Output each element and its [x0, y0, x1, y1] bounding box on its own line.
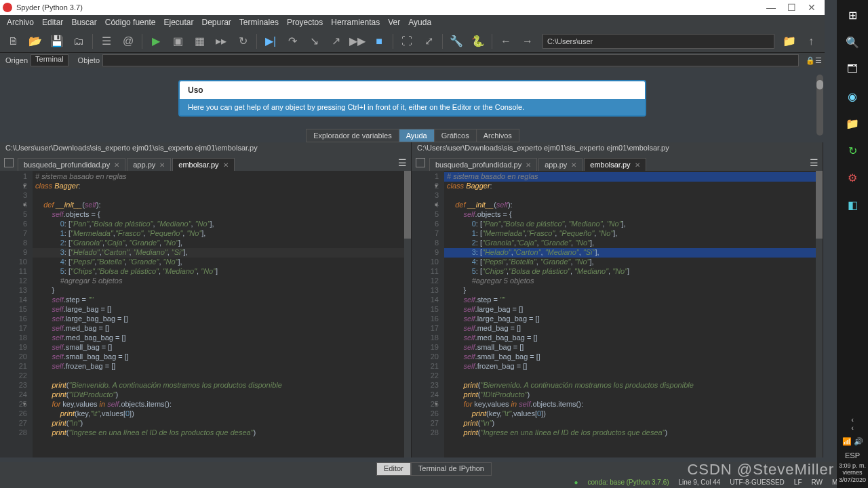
code-line[interactable]: for key,values in self.objects.items(): — [444, 400, 823, 409]
python-path-icon[interactable]: 🐍 — [469, 32, 488, 51]
editor-tab[interactable]: busqueda_profundidad.py✕ — [429, 158, 537, 171]
step-in-icon[interactable]: ↘ — [304, 32, 323, 51]
code-line[interactable]: print("ID\tProducto") — [33, 390, 411, 400]
code-line[interactable]: class Bagger: — [444, 182, 823, 191]
close-tab-icon[interactable]: ✕ — [223, 161, 229, 169]
code-line[interactable]: self.small_bag = [] — [33, 343, 411, 352]
code-line[interactable]: print(key,"\t",values[0]) — [444, 409, 823, 419]
close-tab-icon[interactable]: ✕ — [571, 161, 576, 169]
step-out-icon[interactable]: ↗ — [326, 32, 345, 51]
windows-start-icon[interactable]: ⊞ — [840, 3, 865, 27]
code-line[interactable]: self.frozen_bag = [] — [33, 362, 411, 371]
menu-editar[interactable]: Editar — [38, 18, 67, 27]
code-line[interactable]: #agregar 5 objetos — [33, 277, 411, 286]
tray-wifi-icon[interactable]: 📶 — [842, 437, 852, 446]
menu-herramientas[interactable]: Herramientas — [327, 18, 384, 27]
editor-scroll-thumb[interactable] — [816, 171, 823, 239]
save-all-icon[interactable]: 🗂 — [69, 32, 88, 51]
tray-chevron-left-icon[interactable]: ‹ — [851, 415, 854, 424]
menu-ver[interactable]: Ver — [384, 18, 404, 27]
help-tab-archivos[interactable]: Archivos — [476, 129, 519, 142]
code-line[interactable]: 1: ["Mermelada","Frasco", "Pequeño", "No… — [33, 229, 411, 239]
code-line[interactable]: print("\n") — [33, 419, 411, 428]
step-over-icon[interactable]: ↷ — [283, 32, 302, 51]
close-tab-icon[interactable]: ✕ — [114, 161, 119, 169]
stop-icon[interactable]: ■ — [370, 32, 389, 51]
code-line[interactable]: #agregar 5 objetos — [444, 277, 823, 286]
code-line[interactable]: 4: ["Pepsi","Botella", "Grande", "No"], — [444, 258, 823, 267]
run-icon[interactable]: ▶ — [146, 32, 165, 51]
debug-icon[interactable]: ▶| — [261, 32, 280, 51]
code-line[interactable]: print(key,"\t",values[0]) — [33, 409, 411, 419]
code-line[interactable]: 0: ["Pan","Bolsa de plástico", "Mediano"… — [444, 220, 823, 229]
editor-scroll-thumb[interactable] — [404, 171, 411, 239]
code-line[interactable]: 1: ["Mermelada","Frasco", "Pequeño", "No… — [444, 229, 823, 239]
taskbar-reload-icon[interactable]: ↻ — [840, 138, 865, 163]
code-line[interactable]: 5: ["Chips","Bolsa de plástico", "Median… — [444, 267, 823, 277]
code-line[interactable]: self.large_bag_bag = [] — [444, 314, 823, 324]
code-line[interactable]: self.large_bag = [] — [444, 305, 823, 314]
code-line[interactable]: def __init__(self): — [444, 201, 823, 210]
windows-search-icon[interactable]: 🔍 — [840, 30, 865, 54]
taskbar-explorer-icon[interactable]: 📁 — [840, 111, 865, 136]
origin-select[interactable]: Terminal — [31, 54, 68, 66]
menu-código-fuente[interactable]: Código fuente — [101, 18, 160, 27]
bottom-tab-editor[interactable]: Editor — [376, 462, 411, 476]
editor-menu-icon[interactable]: ☰ — [398, 157, 407, 168]
close-tab-icon[interactable]: ✕ — [526, 161, 531, 169]
forward-icon[interactable]: → — [518, 32, 537, 51]
help-tab-ayuda[interactable]: Ayuda — [399, 129, 435, 142]
code-line[interactable]: self.med_bag_bag = [] — [33, 333, 411, 343]
code-line[interactable] — [444, 191, 823, 201]
code-line[interactable]: def __init__(self): — [33, 201, 411, 210]
code-line[interactable]: self.objects = { — [33, 210, 411, 220]
reload-icon[interactable]: ↻ — [233, 32, 252, 51]
code-line[interactable]: print("Bienvenido. A continuación mostra… — [33, 381, 411, 390]
editor-tab[interactable]: embolsar.py✕ — [584, 158, 646, 171]
close-tab-icon[interactable]: ✕ — [635, 161, 640, 169]
hamburger-icon[interactable]: ☰ — [815, 56, 822, 65]
close-button[interactable]: ✕ — [802, 2, 822, 13]
code-line[interactable]: self.objects = { — [444, 210, 823, 220]
at-icon[interactable]: @ — [119, 32, 138, 51]
split-icon[interactable] — [416, 158, 425, 167]
code-line[interactable]: for key,values in self.objects.items(): — [33, 400, 411, 409]
code-line[interactable]: print("ID\tProducto") — [444, 390, 823, 400]
code-line[interactable]: class Bagger: — [33, 182, 411, 191]
fullscreen-icon[interactable]: ⤢ — [419, 32, 438, 51]
menu-ayuda[interactable]: Ayuda — [404, 18, 435, 27]
lock-icon[interactable]: 🔒 — [806, 56, 815, 65]
code-line[interactable]: self.med_bag = [] — [444, 324, 823, 333]
code-line[interactable]: self.step = "" — [33, 296, 411, 305]
menu-archivo[interactable]: Archivo — [3, 18, 38, 27]
maximize-button[interactable]: ☐ — [781, 2, 802, 13]
taskbar-app2-icon[interactable]: ◧ — [840, 192, 865, 217]
code-line[interactable]: 2: ["Granola","Caja", "Grande", "No"], — [33, 239, 411, 248]
menu-depurar[interactable]: Depurar — [198, 18, 235, 27]
menu-terminales[interactable]: Terminales — [235, 18, 283, 27]
code-line[interactable] — [33, 371, 411, 381]
new-file-icon[interactable]: 🗎 — [4, 32, 23, 51]
tray-clock[interactable]: 3:09 p. m. viernes 3/07/2020 — [839, 462, 866, 488]
tray-lang[interactable]: ESP — [845, 451, 860, 460]
code-line[interactable]: self.large_bag = [] — [33, 305, 411, 314]
tray-sound-icon[interactable]: 🔊 — [854, 437, 863, 446]
split-icon[interactable] — [4, 158, 14, 167]
code-line[interactable]: self.med_bag_bag = [] — [444, 333, 823, 343]
back-icon[interactable]: ← — [496, 32, 515, 51]
code-line[interactable]: # sistema basado en reglas — [33, 172, 411, 182]
code-line[interactable]: 2: ["Granola","Caja", "Grande", "No"], — [444, 239, 823, 248]
minimize-button[interactable]: — — [761, 2, 781, 13]
tray-chevron-left2-icon[interactable]: ‹ — [851, 424, 854, 432]
editor-tab[interactable]: app.py✕ — [538, 158, 583, 171]
list-icon[interactable]: ☰ — [97, 32, 116, 51]
code-line[interactable]: } — [444, 286, 823, 296]
run-selection-icon[interactable]: ▸▸ — [212, 32, 231, 51]
run-cell-icon[interactable]: ▣ — [168, 32, 187, 51]
editor-tab[interactable]: embolsar.py✕ — [172, 158, 234, 171]
code-line[interactable]: } — [33, 286, 411, 296]
code-line[interactable]: print("Bienvenido. A continuación mostra… — [444, 381, 823, 390]
code-line[interactable]: self.med_bag = [] — [33, 324, 411, 333]
save-icon[interactable]: 💾 — [47, 32, 66, 51]
code-line[interactable]: self.frozen_bag = [] — [444, 362, 823, 371]
